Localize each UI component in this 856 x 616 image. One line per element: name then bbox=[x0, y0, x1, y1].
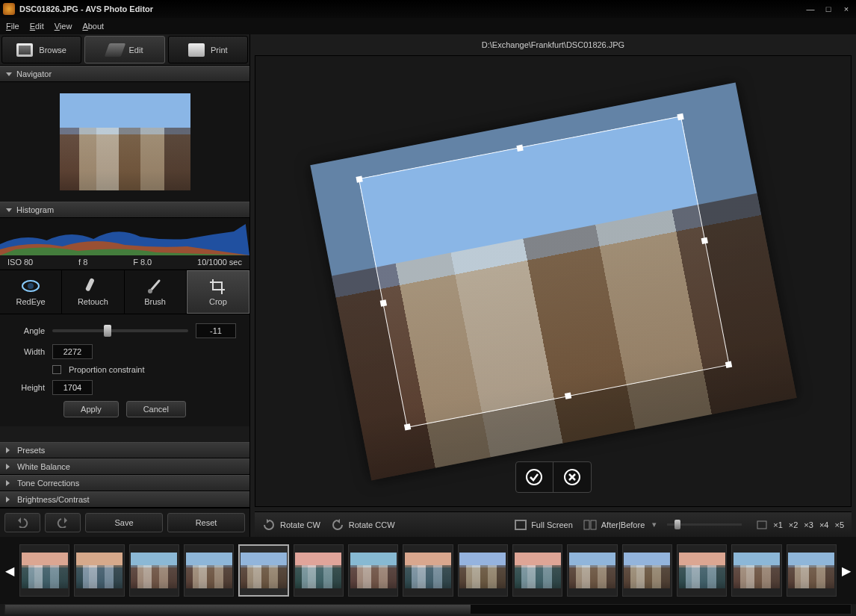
presets-header[interactable]: Presets bbox=[0, 442, 249, 458]
histogram-header[interactable]: Histogram bbox=[0, 202, 249, 218]
window-title: DSC01826.JPG - AVS Photo Editor bbox=[19, 4, 804, 13]
crop-handle[interactable] bbox=[564, 392, 571, 399]
filmstrip-item[interactable] bbox=[294, 544, 344, 597]
redo-button[interactable] bbox=[45, 513, 81, 532]
tool-row: RedEye Retouch Brush Crop bbox=[0, 270, 249, 314]
horizontal-scrollbar[interactable] bbox=[4, 604, 852, 615]
filmstrip-item[interactable] bbox=[19, 544, 69, 597]
reset-button[interactable]: Reset bbox=[167, 513, 245, 532]
tool-brush[interactable]: Brush bbox=[125, 270, 187, 314]
main-row: Browse Edit Print Navigator bbox=[0, 34, 856, 537]
filmstrip-item[interactable] bbox=[458, 544, 508, 597]
rotated-image[interactable] bbox=[310, 82, 796, 480]
filmstrip-item[interactable] bbox=[731, 544, 781, 597]
meta-iso: ISO 80 bbox=[7, 258, 33, 267]
zoom-x1[interactable]: ×1 bbox=[773, 520, 783, 529]
fit-icon[interactable] bbox=[757, 520, 767, 529]
crop-handle[interactable] bbox=[677, 113, 683, 119]
thumbnail-image bbox=[405, 553, 451, 588]
navigator-preview[interactable] bbox=[0, 82, 249, 202]
apply-button[interactable]: Apply bbox=[63, 401, 119, 417]
crop-handle[interactable] bbox=[379, 299, 386, 306]
filmstrip-item[interactable] bbox=[74, 544, 124, 597]
tool-retouch[interactable]: Retouch bbox=[62, 270, 124, 314]
angle-slider[interactable] bbox=[52, 329, 188, 332]
zoom-x5[interactable]: ×5 bbox=[834, 520, 844, 529]
rotate-cw-button[interactable]: Rotate CW bbox=[262, 518, 320, 532]
reject-button[interactable] bbox=[553, 462, 591, 492]
svg-rect-7 bbox=[584, 520, 589, 529]
menu-about[interactable]: About bbox=[82, 22, 104, 31]
fullscreen-icon bbox=[515, 520, 527, 530]
crop-handle[interactable] bbox=[725, 361, 731, 367]
thumbnail-image bbox=[76, 553, 122, 588]
menu-view[interactable]: View bbox=[55, 22, 72, 31]
filmstrip-item[interactable] bbox=[787, 544, 837, 597]
crop-handle[interactable] bbox=[403, 423, 410, 430]
undo-icon bbox=[15, 517, 30, 528]
crop-handle[interactable] bbox=[701, 237, 707, 243]
scrollbar-thumb[interactable] bbox=[5, 605, 471, 614]
height-value[interactable]: 1704 bbox=[52, 380, 93, 395]
full-screen-label: Full Screen bbox=[531, 520, 573, 529]
filmstrip-item[interactable] bbox=[129, 544, 179, 597]
menu-file[interactable]: File bbox=[6, 22, 19, 31]
after-before-button[interactable]: After|Before ▾ bbox=[583, 520, 657, 530]
maximize-button[interactable]: □ bbox=[822, 4, 835, 13]
rotate-ccw-button[interactable]: Rotate CCW bbox=[331, 518, 395, 532]
menu-edit[interactable]: Edit bbox=[30, 22, 44, 31]
chevron-down-icon bbox=[6, 208, 12, 212]
meta-aperture: f 8 bbox=[78, 258, 87, 267]
zoom-knob[interactable] bbox=[674, 520, 680, 529]
crop-params: Angle -11 Width 2272 Proportion constrai… bbox=[0, 314, 249, 426]
filmstrip-item[interactable] bbox=[567, 544, 617, 597]
full-screen-button[interactable]: Full Screen bbox=[515, 520, 573, 530]
cross-icon bbox=[563, 468, 581, 486]
chevron-down-icon bbox=[6, 72, 12, 76]
filmstrip-item[interactable] bbox=[238, 544, 288, 597]
zoom-x2[interactable]: ×2 bbox=[789, 520, 798, 529]
filmstrip-next[interactable]: ▶ bbox=[841, 564, 852, 578]
filmstrip-item[interactable] bbox=[403, 544, 453, 597]
cancel-button[interactable]: Cancel bbox=[126, 401, 186, 417]
confirm-button[interactable] bbox=[516, 462, 553, 492]
filmstrip-prev[interactable]: ◀ bbox=[4, 564, 15, 578]
undo-button[interactable] bbox=[4, 513, 40, 532]
thumbnail-image bbox=[295, 553, 341, 588]
filmstrip-item[interactable] bbox=[512, 544, 562, 597]
thumbnail-image bbox=[624, 553, 670, 588]
histogram-chart bbox=[0, 218, 249, 255]
zoom-x3[interactable]: ×3 bbox=[804, 520, 813, 529]
zoom-slider[interactable] bbox=[667, 523, 742, 526]
tool-redeye[interactable]: RedEye bbox=[0, 270, 62, 314]
brightness-contrast-header[interactable]: Brightness/Contrast bbox=[0, 491, 249, 508]
width-value[interactable]: 2272 bbox=[52, 344, 93, 359]
minimize-button[interactable]: — bbox=[804, 4, 817, 13]
filmstrip-item[interactable] bbox=[348, 544, 398, 597]
mode-edit[interactable]: Edit bbox=[84, 36, 164, 63]
tool-crop[interactable]: Crop bbox=[187, 270, 249, 314]
filmstrip-item[interactable] bbox=[622, 544, 672, 597]
filmstrip-item[interactable] bbox=[184, 544, 234, 597]
mode-browse-label: Browse bbox=[39, 46, 66, 55]
proportion-checkbox[interactable] bbox=[52, 365, 61, 374]
navigator-header[interactable]: Navigator bbox=[0, 66, 249, 82]
undo-row: Save Reset bbox=[0, 508, 249, 537]
tone-corrections-header[interactable]: Tone Corrections bbox=[0, 475, 249, 491]
filmstrip-item[interactable] bbox=[677, 544, 727, 597]
app-window: DSC01826.JPG - AVS Photo Editor — □ × Fi… bbox=[0, 0, 856, 616]
white-balance-header[interactable]: White Balance bbox=[0, 458, 249, 475]
mode-tabs: Browse Edit Print bbox=[0, 34, 249, 66]
mode-print[interactable]: Print bbox=[168, 36, 248, 63]
chevron-right-icon bbox=[6, 447, 13, 453]
canvas[interactable] bbox=[255, 55, 852, 507]
crop-handle[interactable] bbox=[516, 144, 523, 151]
angle-value[interactable]: -11 bbox=[196, 323, 236, 338]
crop-handle[interactable] bbox=[356, 175, 362, 182]
save-button[interactable]: Save bbox=[85, 513, 163, 532]
zoom-x4[interactable]: ×4 bbox=[819, 520, 829, 529]
close-button[interactable]: × bbox=[840, 4, 853, 13]
mode-browse[interactable]: Browse bbox=[1, 36, 81, 63]
svg-rect-6 bbox=[515, 520, 526, 529]
slider-knob[interactable] bbox=[104, 325, 111, 337]
